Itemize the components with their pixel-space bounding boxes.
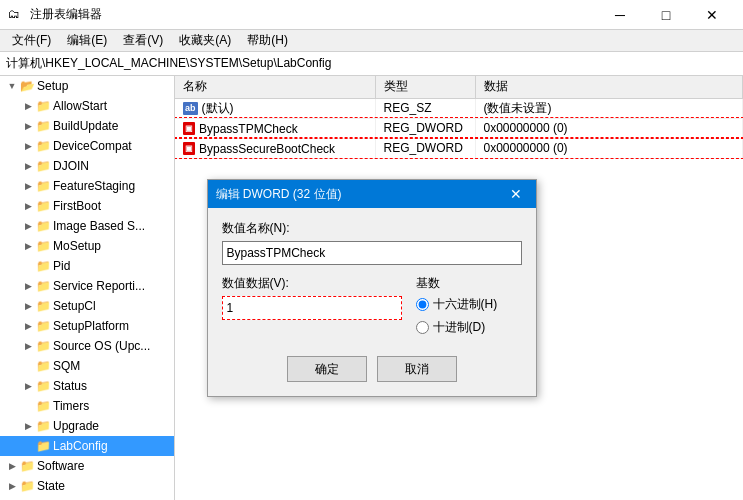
tree-item-imagebased[interactable]: ▶ 📁 Image Based S...	[0, 216, 174, 236]
tree-label-buildupdate: BuildUpdate	[53, 119, 170, 133]
tree-item-status[interactable]: ▶ 📁 Status	[0, 376, 174, 396]
radio-dec-label: 十进制(D)	[433, 319, 486, 336]
data-row: 数值数据(V): 基数 十六进制(H) 十进制(D)	[222, 275, 522, 336]
menu-edit[interactable]: 编辑(E)	[59, 30, 115, 51]
tree-item-sourceos[interactable]: ▶ 📁 Source OS (Upc...	[0, 336, 174, 356]
tree-item-mosetup[interactable]: ▶ 📁 MoSetup	[0, 236, 174, 256]
menu-favorites[interactable]: 收藏夹(A)	[171, 30, 239, 51]
name-label: 数值名称(N):	[222, 220, 522, 237]
tree-label-setup: Setup	[37, 79, 170, 93]
radio-hex[interactable]: 十六进制(H)	[416, 296, 526, 313]
tree-label-mosetup: MoSetup	[53, 239, 170, 253]
tree-item-djoin[interactable]: ▶ 📁 DJOIN	[0, 156, 174, 176]
tree-panel[interactable]: ▼ 📂 Setup ▶ 📁 AllowStart ▶ 📁 BuildUpdate…	[0, 76, 175, 500]
ab-icon: ab	[183, 102, 198, 115]
menu-file[interactable]: 文件(F)	[4, 30, 59, 51]
col-name: 名称	[175, 76, 375, 98]
title-bar: 🗂 注册表编辑器 ─ □ ✕	[0, 0, 743, 30]
folder-icon-timers: 📁	[36, 399, 50, 413]
expand-icon-upgrade: ▶	[20, 418, 36, 434]
tree-label-setupplatform: SetupPlatform	[53, 319, 170, 333]
ok-button[interactable]: 确定	[287, 356, 367, 382]
menu-view[interactable]: 查看(V)	[115, 30, 171, 51]
address-bar: 计算机\HKEY_LOCAL_MACHINE\SYSTEM\Setup\LabC…	[0, 52, 743, 76]
cell-type-default: REG_SZ	[375, 98, 475, 118]
tree-item-pid[interactable]: 📁 Pid	[0, 256, 174, 276]
expand-icon-software: ▶	[4, 458, 20, 474]
tree-item-buildupdate[interactable]: ▶ 📁 BuildUpdate	[0, 116, 174, 136]
folder-icon-setupplatform: 📁	[36, 319, 50, 333]
menu-help[interactable]: 帮助(H)	[239, 30, 296, 51]
tree-item-servicereport[interactable]: ▶ 📁 Service Reporti...	[0, 276, 174, 296]
maximize-button[interactable]: □	[643, 0, 689, 30]
table-row[interactable]: ▣ BypassSecureBootCheck REG_DWORD 0x0000…	[175, 138, 743, 158]
app-icon: 🗂	[8, 7, 24, 23]
expand-icon-servicereport: ▶	[20, 278, 36, 294]
radio-group: 十六进制(H) 十进制(D)	[416, 296, 526, 336]
expand-icon-pid	[20, 258, 36, 274]
folder-icon-sourceos: 📁	[36, 339, 50, 353]
data-left: 数值数据(V):	[222, 275, 402, 330]
tree-item-labconfig[interactable]: 📁 LabConfig	[0, 436, 174, 456]
cell-name-bypasssecure: ▣ BypassSecureBootCheck	[175, 138, 375, 158]
base-label: 基数	[416, 275, 526, 292]
dialog-footer: 确定 取消	[208, 348, 536, 396]
dword-icon-2: ▣	[183, 142, 195, 155]
folder-icon-labconfig: 📁	[36, 439, 50, 453]
tree-item-waas[interactable]: ▶ 📁 WaaS	[0, 496, 174, 500]
cell-data-bypasstpm: 0x00000000 (0)	[475, 118, 743, 138]
tree-item-state[interactable]: ▶ 📁 State	[0, 476, 174, 496]
folder-icon-imagebased: 📁	[36, 219, 50, 233]
tree-label-featurestaging: FeatureStaging	[53, 179, 170, 193]
tree-label-upgrade: Upgrade	[53, 419, 170, 433]
folder-icon-sqm: 📁	[36, 359, 50, 373]
table-row[interactable]: ab (默认) REG_SZ (数值未设置)	[175, 98, 743, 118]
reg-icon-default: ab (默认)	[183, 100, 234, 117]
expand-icon-mosetup: ▶	[20, 238, 36, 254]
folder-icon-servicereport: 📁	[36, 279, 50, 293]
reg-icon-bypasssecure: ▣ BypassSecureBootCheck	[183, 142, 335, 156]
expand-icon-status: ▶	[20, 378, 36, 394]
dialog-close-button[interactable]: ✕	[504, 182, 528, 206]
tree-label-firstboot: FirstBoot	[53, 199, 170, 213]
tree-label-servicereport: Service Reporti...	[53, 279, 170, 293]
tree-item-setupplatform[interactable]: ▶ 📁 SetupPlatform	[0, 316, 174, 336]
tree-item-firstboot[interactable]: ▶ 📁 FirstBoot	[0, 196, 174, 216]
radio-dec[interactable]: 十进制(D)	[416, 319, 526, 336]
expand-icon-featurestaging: ▶	[20, 178, 36, 194]
tree-item-featurestaging[interactable]: ▶ 📁 FeatureStaging	[0, 176, 174, 196]
radio-hex-input[interactable]	[416, 298, 429, 311]
cancel-button[interactable]: 取消	[377, 356, 457, 382]
address-text: 计算机\HKEY_LOCAL_MACHINE\SYSTEM\Setup\LabC…	[6, 55, 331, 72]
tree-label-setupcl: SetupCl	[53, 299, 170, 313]
name-input[interactable]	[222, 241, 522, 265]
folder-icon-software: 📁	[20, 459, 34, 473]
expand-icon-imagebased: ▶	[20, 218, 36, 234]
cell-data-bypasssecure: 0x00000000 (0)	[475, 138, 743, 158]
table-row[interactable]: ▣ BypassTPMCheck REG_DWORD 0x00000000 (0…	[175, 118, 743, 138]
close-button[interactable]: ✕	[689, 0, 735, 30]
tree-label-sqm: SQM	[53, 359, 170, 373]
expand-icon-djoin: ▶	[20, 158, 36, 174]
tree-item-software[interactable]: ▶ 📁 Software	[0, 456, 174, 476]
radio-hex-label: 十六进制(H)	[433, 296, 498, 313]
expand-icon-setupcl: ▶	[20, 298, 36, 314]
minimize-button[interactable]: ─	[597, 0, 643, 30]
tree-item-sqm[interactable]: 📁 SQM	[0, 356, 174, 376]
folder-icon-devicecompat: 📁	[36, 139, 50, 153]
expand-icon-firstboot: ▶	[20, 198, 36, 214]
expand-icon-setup: ▼	[4, 78, 20, 94]
folder-icon-state: 📁	[20, 479, 34, 493]
dword-icon: ▣	[183, 122, 195, 135]
tree-item-timers[interactable]: 📁 Timers	[0, 396, 174, 416]
cell-type-bypasstpm: REG_DWORD	[375, 118, 475, 138]
folder-icon-featurestaging: 📁	[36, 179, 50, 193]
tree-label-sourceos: Source OS (Upc...	[53, 339, 170, 353]
tree-item-upgrade[interactable]: ▶ 📁 Upgrade	[0, 416, 174, 436]
tree-item-devicecompat[interactable]: ▶ 📁 DeviceCompat	[0, 136, 174, 156]
value-input[interactable]	[222, 296, 402, 320]
tree-item-setup[interactable]: ▼ 📂 Setup	[0, 76, 174, 96]
radio-dec-input[interactable]	[416, 321, 429, 334]
tree-item-setupcl[interactable]: ▶ 📁 SetupCl	[0, 296, 174, 316]
tree-item-allowstart[interactable]: ▶ 📁 AllowStart	[0, 96, 174, 116]
